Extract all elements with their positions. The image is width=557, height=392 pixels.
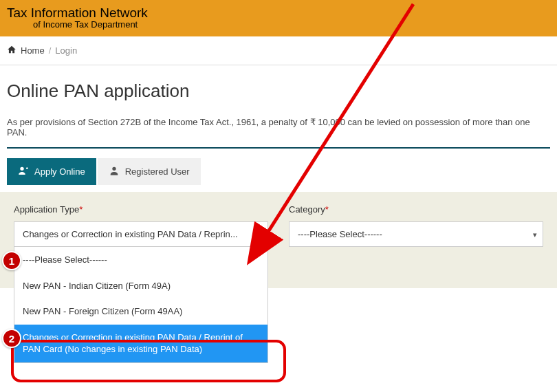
app-type-label-text: Application Type xyxy=(14,204,79,215)
option-new-pan-foreign[interactable]: New PAN - Foreign Citizen (Form 49AA) xyxy=(14,298,267,325)
tab-apply-label: Apply Online xyxy=(34,166,85,177)
category-label: Category* xyxy=(289,204,543,215)
page-title: Online PAN application xyxy=(0,65,557,111)
category-selected-value: ----Please Select------ xyxy=(298,229,382,239)
svg-point-0 xyxy=(20,167,23,171)
app-type-group: Application Type* Changes or Correction … xyxy=(14,204,268,247)
user-plus-icon xyxy=(18,165,29,178)
penalty-notice: As per provisions of Section 272B of the… xyxy=(0,111,557,144)
app-type-selected-value: Changes or Correction in existing PAN Da… xyxy=(23,229,238,239)
tab-bar: Apply Online Registered User xyxy=(0,158,557,192)
category-select[interactable]: ----Please Select------ ▾ xyxy=(289,221,543,247)
annotation-bubble-2: 2 xyxy=(2,329,21,348)
breadcrumb-sep: / xyxy=(49,45,52,56)
form-panel: Application Type* Changes or Correction … xyxy=(0,192,557,288)
app-type-dropdown: ----Please Select------ New PAN - Indian… xyxy=(14,247,268,363)
required-marker: * xyxy=(79,204,83,215)
site-subtitle: of Income Tax Department xyxy=(33,19,550,30)
site-title: Tax Information Network xyxy=(7,6,550,21)
user-icon xyxy=(109,165,120,178)
category-label-text: Category xyxy=(289,204,325,215)
chevron-down-icon: ▾ xyxy=(533,230,537,239)
app-type-label: Application Type* xyxy=(14,204,268,215)
breadcrumb: Home / Login xyxy=(0,36,557,65)
category-group: Category* ----Please Select------ ▾ xyxy=(289,204,543,247)
option-new-pan-indian[interactable]: New PAN - Indian Citizen (Form 49A) xyxy=(14,273,267,299)
notice-divider xyxy=(7,147,550,149)
svg-point-1 xyxy=(112,167,116,171)
tab-registered-user[interactable]: Registered User xyxy=(98,158,201,185)
breadcrumb-home[interactable]: Home xyxy=(21,45,45,56)
breadcrumb-current: Login xyxy=(55,45,77,56)
home-icon xyxy=(7,45,17,56)
option-please-select[interactable]: ----Please Select------ xyxy=(14,247,267,273)
chevron-up-icon: ▴ xyxy=(258,230,262,239)
tab-apply-online[interactable]: Apply Online xyxy=(7,158,96,185)
tab-registered-label: Registered User xyxy=(125,166,190,177)
site-header: Tax Information Network of Income Tax De… xyxy=(0,0,557,36)
app-type-select[interactable]: Changes or Correction in existing PAN Da… xyxy=(14,221,268,247)
required-marker: * xyxy=(325,204,329,215)
annotation-bubble-1: 1 xyxy=(2,251,21,270)
option-changes-correction[interactable]: Changes or Correction in existing PAN Da… xyxy=(14,325,267,362)
